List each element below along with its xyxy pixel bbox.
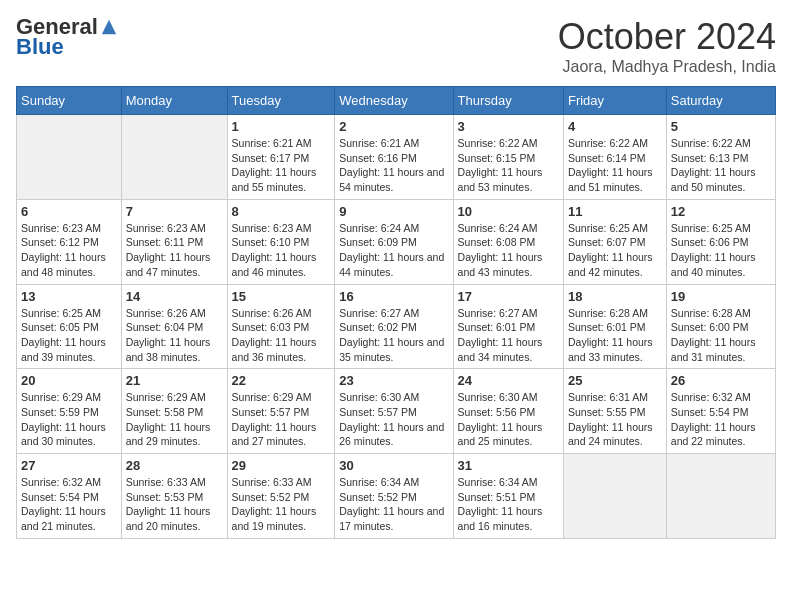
calendar-cell: 23Sunrise: 6:30 AMSunset: 5:57 PMDayligh… xyxy=(335,369,453,454)
day-info: Sunrise: 6:28 AMSunset: 6:00 PMDaylight:… xyxy=(671,306,771,365)
calendar-cell: 22Sunrise: 6:29 AMSunset: 5:57 PMDayligh… xyxy=(227,369,335,454)
calendar-cell: 31Sunrise: 6:34 AMSunset: 5:51 PMDayligh… xyxy=(453,454,563,539)
day-info: Sunrise: 6:32 AMSunset: 5:54 PMDaylight:… xyxy=(671,390,771,449)
day-number: 18 xyxy=(568,289,662,304)
day-number: 1 xyxy=(232,119,331,134)
title-block: October 2024 Jaora, Madhya Pradesh, Indi… xyxy=(558,16,776,76)
day-info: Sunrise: 6:24 AMSunset: 6:08 PMDaylight:… xyxy=(458,221,559,280)
svg-marker-0 xyxy=(102,20,116,34)
day-number: 8 xyxy=(232,204,331,219)
day-number: 29 xyxy=(232,458,331,473)
calendar-cell: 13Sunrise: 6:25 AMSunset: 6:05 PMDayligh… xyxy=(17,284,122,369)
day-number: 9 xyxy=(339,204,448,219)
weekday-header: Sunday xyxy=(17,87,122,115)
day-info: Sunrise: 6:25 AMSunset: 6:07 PMDaylight:… xyxy=(568,221,662,280)
day-number: 28 xyxy=(126,458,223,473)
day-info: Sunrise: 6:23 AMSunset: 6:11 PMDaylight:… xyxy=(126,221,223,280)
calendar-cell: 8Sunrise: 6:23 AMSunset: 6:10 PMDaylight… xyxy=(227,199,335,284)
day-number: 27 xyxy=(21,458,117,473)
weekday-header: Thursday xyxy=(453,87,563,115)
day-info: Sunrise: 6:21 AMSunset: 6:16 PMDaylight:… xyxy=(339,136,448,195)
calendar-cell: 5Sunrise: 6:22 AMSunset: 6:13 PMDaylight… xyxy=(666,115,775,200)
day-info: Sunrise: 6:34 AMSunset: 5:51 PMDaylight:… xyxy=(458,475,559,534)
day-info: Sunrise: 6:27 AMSunset: 6:02 PMDaylight:… xyxy=(339,306,448,365)
day-info: Sunrise: 6:23 AMSunset: 6:10 PMDaylight:… xyxy=(232,221,331,280)
calendar-cell xyxy=(121,115,227,200)
day-number: 20 xyxy=(21,373,117,388)
weekday-header: Saturday xyxy=(666,87,775,115)
calendar-cell: 27Sunrise: 6:32 AMSunset: 5:54 PMDayligh… xyxy=(17,454,122,539)
calendar-cell xyxy=(563,454,666,539)
day-number: 24 xyxy=(458,373,559,388)
day-number: 19 xyxy=(671,289,771,304)
day-number: 25 xyxy=(568,373,662,388)
day-info: Sunrise: 6:21 AMSunset: 6:17 PMDaylight:… xyxy=(232,136,331,195)
calendar-cell: 3Sunrise: 6:22 AMSunset: 6:15 PMDaylight… xyxy=(453,115,563,200)
calendar-week-row: 1Sunrise: 6:21 AMSunset: 6:17 PMDaylight… xyxy=(17,115,776,200)
calendar-week-row: 13Sunrise: 6:25 AMSunset: 6:05 PMDayligh… xyxy=(17,284,776,369)
weekday-header: Tuesday xyxy=(227,87,335,115)
day-number: 11 xyxy=(568,204,662,219)
calendar-cell: 4Sunrise: 6:22 AMSunset: 6:14 PMDaylight… xyxy=(563,115,666,200)
day-number: 31 xyxy=(458,458,559,473)
calendar-cell: 12Sunrise: 6:25 AMSunset: 6:06 PMDayligh… xyxy=(666,199,775,284)
calendar-cell: 25Sunrise: 6:31 AMSunset: 5:55 PMDayligh… xyxy=(563,369,666,454)
day-info: Sunrise: 6:33 AMSunset: 5:53 PMDaylight:… xyxy=(126,475,223,534)
day-number: 14 xyxy=(126,289,223,304)
calendar-cell: 2Sunrise: 6:21 AMSunset: 6:16 PMDaylight… xyxy=(335,115,453,200)
day-info: Sunrise: 6:27 AMSunset: 6:01 PMDaylight:… xyxy=(458,306,559,365)
day-number: 23 xyxy=(339,373,448,388)
calendar-week-row: 27Sunrise: 6:32 AMSunset: 5:54 PMDayligh… xyxy=(17,454,776,539)
day-number: 26 xyxy=(671,373,771,388)
day-info: Sunrise: 6:32 AMSunset: 5:54 PMDaylight:… xyxy=(21,475,117,534)
day-number: 22 xyxy=(232,373,331,388)
calendar-cell: 21Sunrise: 6:29 AMSunset: 5:58 PMDayligh… xyxy=(121,369,227,454)
day-number: 15 xyxy=(232,289,331,304)
calendar-cell xyxy=(666,454,775,539)
day-number: 5 xyxy=(671,119,771,134)
day-number: 7 xyxy=(126,204,223,219)
day-info: Sunrise: 6:34 AMSunset: 5:52 PMDaylight:… xyxy=(339,475,448,534)
calendar-cell: 16Sunrise: 6:27 AMSunset: 6:02 PMDayligh… xyxy=(335,284,453,369)
page-header: General Blue October 2024 Jaora, Madhya … xyxy=(16,16,776,76)
logo: General Blue xyxy=(16,16,118,60)
day-number: 16 xyxy=(339,289,448,304)
day-number: 2 xyxy=(339,119,448,134)
weekday-header: Monday xyxy=(121,87,227,115)
day-number: 21 xyxy=(126,373,223,388)
calendar-cell: 14Sunrise: 6:26 AMSunset: 6:04 PMDayligh… xyxy=(121,284,227,369)
day-info: Sunrise: 6:26 AMSunset: 6:03 PMDaylight:… xyxy=(232,306,331,365)
day-number: 10 xyxy=(458,204,559,219)
calendar-cell: 1Sunrise: 6:21 AMSunset: 6:17 PMDaylight… xyxy=(227,115,335,200)
day-number: 12 xyxy=(671,204,771,219)
calendar-week-row: 20Sunrise: 6:29 AMSunset: 5:59 PMDayligh… xyxy=(17,369,776,454)
location-text: Jaora, Madhya Pradesh, India xyxy=(558,58,776,76)
day-number: 30 xyxy=(339,458,448,473)
day-info: Sunrise: 6:23 AMSunset: 6:12 PMDaylight:… xyxy=(21,221,117,280)
calendar-cell: 26Sunrise: 6:32 AMSunset: 5:54 PMDayligh… xyxy=(666,369,775,454)
calendar-cell: 10Sunrise: 6:24 AMSunset: 6:08 PMDayligh… xyxy=(453,199,563,284)
day-info: Sunrise: 6:28 AMSunset: 6:01 PMDaylight:… xyxy=(568,306,662,365)
day-info: Sunrise: 6:22 AMSunset: 6:13 PMDaylight:… xyxy=(671,136,771,195)
weekday-header: Wednesday xyxy=(335,87,453,115)
day-number: 6 xyxy=(21,204,117,219)
day-info: Sunrise: 6:24 AMSunset: 6:09 PMDaylight:… xyxy=(339,221,448,280)
calendar-cell: 18Sunrise: 6:28 AMSunset: 6:01 PMDayligh… xyxy=(563,284,666,369)
calendar-cell: 15Sunrise: 6:26 AMSunset: 6:03 PMDayligh… xyxy=(227,284,335,369)
day-number: 4 xyxy=(568,119,662,134)
calendar-cell: 28Sunrise: 6:33 AMSunset: 5:53 PMDayligh… xyxy=(121,454,227,539)
logo-blue-text: Blue xyxy=(16,34,64,60)
day-info: Sunrise: 6:26 AMSunset: 6:04 PMDaylight:… xyxy=(126,306,223,365)
day-info: Sunrise: 6:25 AMSunset: 6:06 PMDaylight:… xyxy=(671,221,771,280)
weekday-header: Friday xyxy=(563,87,666,115)
day-info: Sunrise: 6:29 AMSunset: 5:58 PMDaylight:… xyxy=(126,390,223,449)
calendar-cell: 11Sunrise: 6:25 AMSunset: 6:07 PMDayligh… xyxy=(563,199,666,284)
month-title: October 2024 xyxy=(558,16,776,58)
day-info: Sunrise: 6:33 AMSunset: 5:52 PMDaylight:… xyxy=(232,475,331,534)
day-info: Sunrise: 6:30 AMSunset: 5:56 PMDaylight:… xyxy=(458,390,559,449)
day-info: Sunrise: 6:30 AMSunset: 5:57 PMDaylight:… xyxy=(339,390,448,449)
calendar-cell: 30Sunrise: 6:34 AMSunset: 5:52 PMDayligh… xyxy=(335,454,453,539)
calendar-cell: 6Sunrise: 6:23 AMSunset: 6:12 PMDaylight… xyxy=(17,199,122,284)
calendar-cell: 29Sunrise: 6:33 AMSunset: 5:52 PMDayligh… xyxy=(227,454,335,539)
calendar-table: SundayMondayTuesdayWednesdayThursdayFrid… xyxy=(16,86,776,539)
